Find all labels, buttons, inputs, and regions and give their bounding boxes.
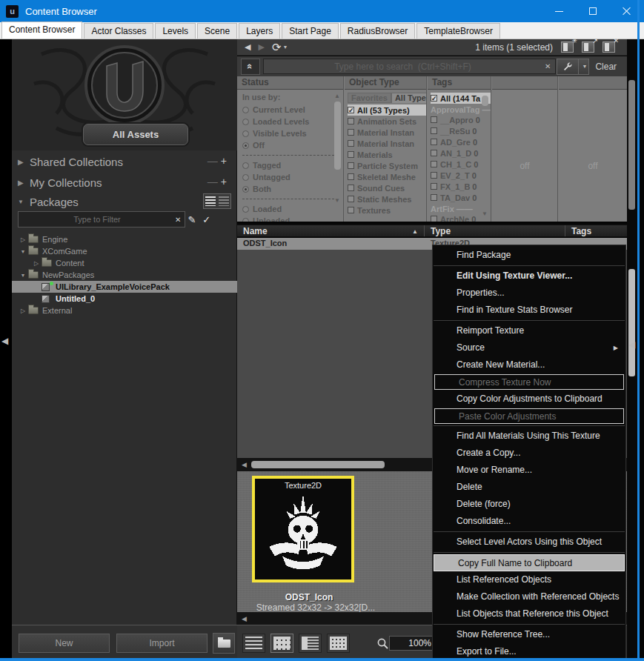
menu-item-copy-color-adjustments-to-clipboard[interactable]: Copy Color Adjustments to Clipboard (433, 391, 625, 408)
scroll-down-icon[interactable]: ▼ (334, 197, 340, 204)
compact-list-icon[interactable] (219, 196, 229, 206)
object-type-tab-all-types[interactable]: All Types (391, 93, 427, 103)
column-header-tags[interactable]: Tags (565, 225, 627, 236)
new-button[interactable]: New (19, 634, 110, 653)
menu-item-find-all-materials-using-this-texture[interactable]: Find All Materials Using This Texture (433, 428, 625, 445)
remove-collection-button[interactable]: — (208, 155, 221, 167)
tree-item-uilibrary_examplevoicepack[interactable]: UILibrary_ExampleVoicePack (12, 281, 237, 293)
tab-radiusbrowser[interactable]: RadiusBrowser (340, 23, 415, 39)
menu-item-find-in-texture-stats-browser[interactable]: Find in Texture Stats Browser (433, 302, 625, 319)
tab-content-browser[interactable]: Content Browser (1, 21, 82, 39)
check-icon[interactable]: ✓ (202, 214, 210, 225)
small-thumbnail-view-button[interactable] (327, 634, 350, 653)
scroll-down-icon[interactable]: ▼ (482, 210, 488, 217)
filter-checkbox-static-meshes[interactable]: Static Meshes (348, 193, 426, 205)
maximize-button[interactable] (576, 0, 610, 22)
menu-item-properties[interactable]: Properties... (433, 285, 625, 302)
scrollbar-thumb[interactable] (334, 102, 341, 170)
menu-item-select-level-actors-using-this-object[interactable]: Select Level Actors Using this Object (433, 534, 625, 551)
open-package-button[interactable] (213, 633, 235, 654)
filter-checkbox-material-instan[interactable]: Material Instan (348, 127, 426, 138)
collapse-left-panel-arrow[interactable]: ◀ (1, 336, 8, 346)
list-view-button[interactable] (242, 634, 265, 653)
object-type-tab-favorites[interactable]: Favorites (348, 93, 391, 103)
scrollbar-thumb[interactable] (251, 461, 385, 468)
status-option-loaded-levels[interactable]: Loaded Levels (242, 116, 343, 127)
import-button[interactable]: Import (116, 634, 208, 653)
thumbnail-zoom-field[interactable] (389, 636, 435, 651)
status-option-loaded[interactable]: Loaded (242, 203, 343, 215)
tags-scrollbar[interactable]: ▼ (481, 93, 489, 217)
clear-search-icon[interactable]: ✕ (545, 62, 551, 70)
filter-checkbox-animation-sets[interactable]: Animation Sets (348, 116, 426, 127)
sidebar-item-packages[interactable]: ▼ Packages (12, 192, 237, 211)
refresh-button[interactable]: ⟳ (272, 41, 282, 54)
search-options-dropdown[interactable]: ▼ (579, 59, 589, 75)
column-header-type[interactable]: Type (425, 225, 565, 236)
tree-item-content[interactable]: ▷Content (12, 257, 237, 269)
menu-item-reimport-texture[interactable]: Reimport Texture (433, 322, 625, 339)
add-collection-button[interactable]: + (221, 176, 230, 187)
menu-item-consolidate[interactable]: Consolidate... (433, 513, 625, 530)
pencil-icon[interactable]: ✎ (187, 214, 196, 225)
float-browser-button[interactable]: ↗ (582, 41, 594, 53)
tree-item-untitled_0[interactable]: Untitled_0 (12, 293, 237, 305)
tree-item-xcomgame[interactable]: ▼XComGame (12, 245, 237, 257)
search-options-button[interactable] (557, 59, 579, 75)
status-option-off[interactable]: Off (242, 139, 343, 151)
tree-item-external[interactable]: ▷External (12, 305, 237, 316)
filter-checkbox-material-instan[interactable]: Material Instan (348, 138, 426, 149)
clear-filter-icon[interactable]: ✕ (175, 216, 181, 224)
menu-item-create-new-material[interactable]: Create New Material... (433, 356, 625, 373)
filter-checkbox-all-53-types-[interactable]: ✓All (53 Types) (348, 104, 426, 116)
menu-item-edit-using-texture-viewer[interactable]: Edit Using Texture Viewer... (433, 268, 625, 285)
status-option-current-level[interactable]: Current Level (242, 104, 343, 116)
clear-search-button[interactable]: Clear (595, 62, 617, 72)
status-scrollbar[interactable]: ▲ ▼ (333, 93, 342, 204)
status-option-unloaded[interactable]: Unloaded (242, 215, 343, 222)
menu-item-move-or-rename[interactable]: Move or Rename... (433, 462, 625, 479)
status-option-untagged[interactable]: Untagged (242, 171, 343, 183)
scroll-up-icon[interactable]: ▲ (334, 93, 340, 99)
filter-checkbox-materials[interactable]: Materials (348, 149, 426, 160)
tree-item-engine[interactable]: ▷Engine (12, 233, 237, 245)
menu-item-delete[interactable]: Delete (433, 479, 625, 496)
tree-expanded-icon[interactable]: ▼ (19, 273, 27, 278)
add-collection-button[interactable]: + (221, 155, 230, 167)
scroll-left-icon[interactable]: ◀ (242, 615, 247, 622)
history-forward-button[interactable]: ▶ (258, 42, 264, 52)
tree-collapsed-icon[interactable]: ▷ (19, 236, 27, 243)
package-view-toggle[interactable] (203, 193, 231, 209)
menu-item-list-objects-that-reference-this-object[interactable]: List Objects that Reference this Object (433, 605, 625, 622)
status-option-visible-levels[interactable]: Visible Levels (242, 127, 343, 139)
tab-levels[interactable]: Levels (155, 23, 196, 39)
status-option-both[interactable]: Both (242, 183, 343, 195)
scroll-left-icon[interactable]: ◀ (242, 461, 247, 468)
filter-checkbox-skeletal-meshe[interactable]: Skeletal Meshe (348, 171, 426, 182)
tree-item-newpackages[interactable]: ▼NewPackages (12, 269, 237, 281)
tab-layers[interactable]: Layers (239, 23, 280, 39)
filter-checkbox-textures[interactable]: Textures (348, 205, 426, 216)
history-back-button[interactable]: ◀ (245, 42, 250, 52)
tab-templatebrowser[interactable]: TemplateBrowser (416, 23, 500, 39)
remove-collection-button[interactable]: — (208, 176, 221, 187)
package-filter-input[interactable] (18, 211, 185, 227)
tab-actor-classes[interactable]: Actor Classes (84, 23, 153, 39)
all-assets-button[interactable]: All Assets (83, 124, 188, 145)
thumbnail-view-button[interactable] (270, 634, 293, 653)
menu-item-make-collection-with-referenced-objects[interactable]: Make Collection with Referenced Objects (433, 588, 625, 605)
menu-item-source[interactable]: Source▶ (433, 339, 625, 356)
tab-scene[interactable]: Scene (197, 23, 237, 39)
refresh-dropdown-icon[interactable]: ▼ (283, 44, 288, 50)
menu-item-show-reference-tree[interactable]: Show Reference Tree... (433, 626, 625, 643)
sidebar-item-my-collections[interactable]: ▶ My Collections —+ (12, 173, 237, 192)
column-header-name[interactable]: Name ▲ (237, 225, 425, 236)
menu-item-copy-full-name-to-clipboard[interactable]: Copy Full Name to Clipboard (434, 554, 625, 571)
minimize-button[interactable] (542, 0, 576, 22)
search-input[interactable] (263, 59, 556, 74)
selected-asset-thumbnail[interactable]: Texture2D (252, 476, 354, 582)
clone-browser-button[interactable]: ✳ (561, 41, 574, 53)
menu-item-list-referenced-objects[interactable]: List Referenced Objects (433, 571, 625, 588)
tree-collapsed-icon[interactable]: ▷ (19, 308, 27, 314)
vertical-scrollbar-thumb[interactable] (628, 80, 635, 210)
